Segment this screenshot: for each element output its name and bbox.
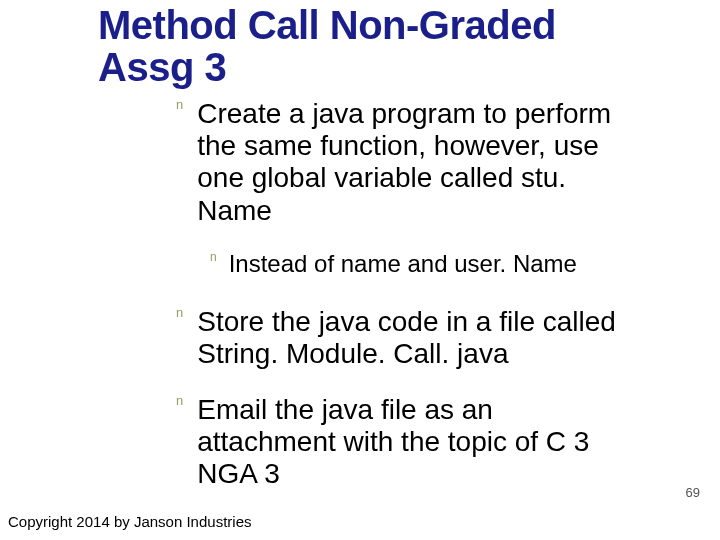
bullet-marker-icon: n bbox=[176, 306, 183, 321]
bullet-marker-icon: n bbox=[210, 250, 217, 264]
copyright-text: Copyright 2014 by Janson Industries bbox=[8, 513, 251, 530]
bullet-3-text: Email the java file as an attachment wit… bbox=[197, 394, 637, 491]
page-number: 69 bbox=[686, 485, 700, 500]
bullet-1-text: Create a java program to perform the sam… bbox=[197, 98, 647, 227]
bullet-marker-icon: n bbox=[176, 98, 183, 113]
bullet-1-sub-text: Instead of name and user. Name bbox=[229, 250, 649, 279]
slide: Method Call Non-Graded Assg 3 nCreate a … bbox=[0, 0, 720, 540]
bullet-3: nEmail the java file as an attachment wi… bbox=[176, 394, 637, 491]
bullet-1-sub: nInstead of name and user. Name bbox=[210, 250, 649, 279]
bullet-2-text: Store the java code in a file called Str… bbox=[197, 306, 667, 370]
slide-title: Method Call Non-Graded Assg 3 bbox=[98, 4, 658, 88]
bullet-2: nStore the java code in a file called St… bbox=[176, 306, 667, 370]
bullet-1: nCreate a java program to perform the sa… bbox=[176, 98, 647, 227]
bullet-marker-icon: n bbox=[176, 394, 183, 409]
